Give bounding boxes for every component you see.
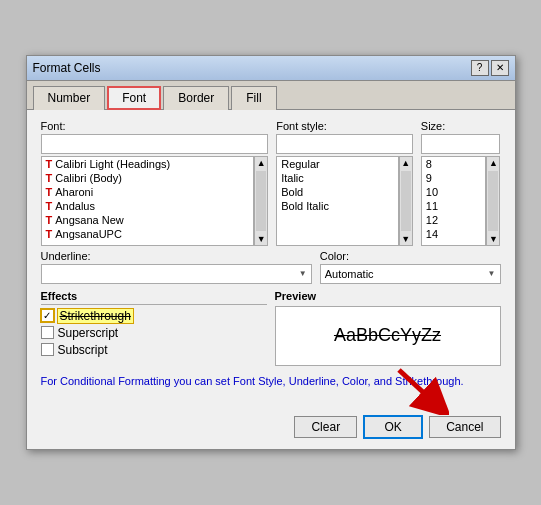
strikethrough-checkmark: ✓ [43, 310, 51, 321]
subscript-checkbox[interactable] [41, 343, 54, 356]
close-button[interactable]: ✕ [491, 60, 509, 76]
size-input[interactable] [421, 134, 501, 154]
underline-arrow-icon: ▼ [299, 269, 307, 278]
size-list-item[interactable]: 10 [422, 185, 486, 199]
size-list-item[interactable]: 14 [422, 227, 486, 241]
title-bar-controls: ? ✕ [471, 60, 509, 76]
size-column: Size: 8910111214 ▲ ▼ [421, 120, 501, 246]
size-list-item[interactable]: 12 [422, 213, 486, 227]
style-list-item[interactable]: Bold Italic [277, 199, 398, 213]
style-listbox[interactable]: RegularItalicBoldBold Italic [276, 156, 399, 246]
style-label: Font style: [276, 120, 413, 132]
font-listbox[interactable]: TCalibri Light (Headings)TCalibri (Body)… [41, 156, 255, 246]
effects-box: Effects ✓ Strikethrough Superscript Subs… [41, 290, 267, 366]
size-scrollbar[interactable]: ▲ ▼ [486, 156, 500, 246]
title-bar: Format Cells ? ✕ [27, 56, 515, 81]
font-list-item[interactable]: TAharoni [42, 185, 254, 199]
size-list-item[interactable]: 9 [422, 171, 486, 185]
dialog-title: Format Cells [33, 61, 101, 75]
underline-column: Underline: ▼ [41, 250, 312, 284]
color-column: Color: Automatic ▼ [320, 250, 501, 284]
style-column: Font style: RegularItalicBoldBold Italic… [276, 120, 413, 246]
help-button[interactable]: ? [471, 60, 489, 76]
strikethrough-row: ✓ Strikethrough [41, 309, 267, 323]
font-list-item[interactable]: TAngsana New [42, 213, 254, 227]
font-input[interactable] [41, 134, 269, 154]
font-label: Font: [41, 120, 269, 132]
style-input[interactable] [276, 134, 413, 154]
size-list-item[interactable]: 8 [422, 157, 486, 171]
superscript-checkbox[interactable] [41, 326, 54, 339]
subscript-row: Subscript [41, 343, 267, 357]
preview-text: AaBbCcYyZz [334, 325, 441, 346]
size-label: Size: [421, 120, 501, 132]
tab-border[interactable]: Border [163, 86, 229, 110]
superscript-row: Superscript [41, 326, 267, 340]
font-type-icon: T [46, 172, 53, 184]
color-label: Color: [320, 250, 501, 262]
info-text: For Conditional Formatting you can set F… [41, 374, 501, 389]
format-cells-dialog: Format Cells ? ✕ Number Font Border Fill… [26, 55, 516, 450]
effects-label: Effects [41, 290, 267, 305]
font-list-item[interactable]: TCalibri Light (Headings) [42, 157, 254, 171]
font-type-icon: T [46, 200, 53, 212]
size-listbox-container: 8910111214 ▲ ▼ [421, 156, 501, 246]
preview-label: Preview [275, 290, 501, 302]
strikethrough-checkbox[interactable]: ✓ [41, 309, 54, 322]
style-list-item[interactable]: Italic [277, 171, 398, 185]
font-row: Font: TCalibri Light (Headings)TCalibri … [41, 120, 501, 246]
cancel-button[interactable]: Cancel [429, 416, 500, 438]
font-listbox-container: TCalibri Light (Headings)TCalibri (Body)… [41, 156, 269, 246]
bottom-buttons: Clear OK Cancel [27, 409, 515, 449]
style-list-item[interactable]: Regular [277, 157, 398, 171]
superscript-label: Superscript [58, 326, 119, 340]
tab-number[interactable]: Number [33, 86, 106, 110]
font-scrollbar[interactable]: ▲ ▼ [254, 156, 268, 246]
strikethrough-label: Strikethrough [58, 309, 133, 323]
font-list-item[interactable]: TAndalus [42, 199, 254, 213]
size-list-item[interactable]: 11 [422, 199, 486, 213]
font-column: Font: TCalibri Light (Headings)TCalibri … [41, 120, 269, 246]
font-list-item[interactable]: TCalibri (Body) [42, 171, 254, 185]
preview-section: Preview AaBbCcYyZz [275, 290, 501, 366]
tab-content: Font: TCalibri Light (Headings)TCalibri … [27, 110, 515, 409]
tabs-bar: Number Font Border Fill [27, 81, 515, 110]
font-type-icon: T [46, 214, 53, 226]
font-type-icon: T [46, 228, 53, 240]
underline-label: Underline: [41, 250, 312, 262]
clear-button[interactable]: Clear [294, 416, 357, 438]
size-listbox[interactable]: 8910111214 [421, 156, 487, 246]
tab-fill[interactable]: Fill [231, 86, 276, 110]
color-arrow-icon: ▼ [488, 269, 496, 278]
underline-select[interactable]: ▼ [41, 264, 312, 284]
preview-box: AaBbCcYyZz [275, 306, 501, 366]
tab-font[interactable]: Font [107, 86, 161, 110]
underline-color-row: Underline: ▼ Color: Automatic ▼ [41, 250, 501, 284]
color-value: Automatic [325, 268, 374, 280]
style-listbox-container: RegularItalicBoldBold Italic ▲ ▼ [276, 156, 413, 246]
ok-button[interactable]: OK [363, 415, 423, 439]
subscript-label: Subscript [58, 343, 108, 357]
font-list-item[interactable]: TAngsanaUPC [42, 227, 254, 241]
color-select[interactable]: Automatic ▼ [320, 264, 501, 284]
font-type-icon: T [46, 186, 53, 198]
style-scrollbar[interactable]: ▲ ▼ [399, 156, 413, 246]
effects-preview-row: Effects ✓ Strikethrough Superscript Subs… [41, 290, 501, 366]
style-list-item[interactable]: Bold [277, 185, 398, 199]
font-type-icon: T [46, 158, 53, 170]
